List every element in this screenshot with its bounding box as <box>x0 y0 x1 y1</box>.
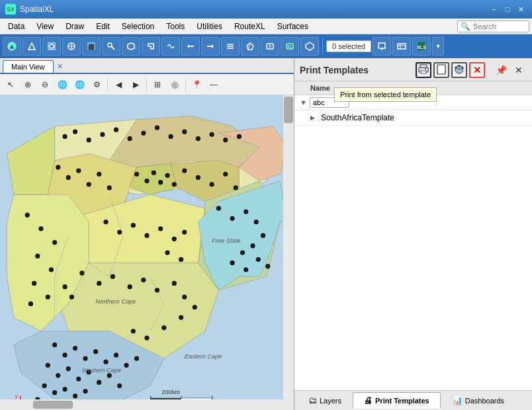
svg-text:Free State: Free State <box>212 237 240 244</box>
toolbar-btn-2[interactable] <box>22 37 41 56</box>
map-grid-tool[interactable]: ⊞ <box>150 77 165 93</box>
toolbar-btn-10[interactable] <box>181 37 200 56</box>
map-zoom-in-tool[interactable]: ⊕ <box>20 77 36 93</box>
map-horizontal-scrollbar[interactable] <box>0 399 283 410</box>
main-view-tab[interactable]: Main View <box>3 60 54 73</box>
toolbar-btn-monitor[interactable] <box>373 37 391 56</box>
svg-point-109 <box>103 360 108 364</box>
svg-point-35 <box>100 132 105 137</box>
menu-draw[interactable]: Draw <box>60 20 89 32</box>
toolbar-btn-16[interactable] <box>300 37 319 56</box>
panel-table-header: Name <box>294 81 532 95</box>
delete-button[interactable]: ✕ <box>469 62 485 78</box>
search-input[interactable] <box>473 22 526 30</box>
svg-point-82 <box>179 257 183 262</box>
layers-tab[interactable]: 🗂 Layers <box>297 392 353 409</box>
toolbar-btn-5[interactable]: ⬛ <box>82 37 101 56</box>
toolbar-dropdown[interactable]: ▼ <box>432 37 444 56</box>
menu-routexl[interactable]: RouteXL <box>229 20 271 32</box>
bottom-tab-bar: 🗂 Layers 🖨 Print Templates 📊 Dashboards <box>294 390 532 410</box>
map-next-tool[interactable]: ▶ <box>128 77 144 93</box>
app-title: SpatialXL <box>20 5 54 14</box>
map-toolbar-sep-3 <box>185 79 186 91</box>
toolbar-btn-table[interactable] <box>392 37 411 56</box>
toolbar-btn-3[interactable] <box>42 37 61 56</box>
map-pin-tool[interactable]: 📍 <box>189 77 204 93</box>
selected-count-badge: 0 selected <box>326 40 371 52</box>
map-target-tool[interactable]: ◎ <box>167 77 183 93</box>
svg-point-68 <box>250 243 255 248</box>
search-box[interactable]: 🔍 <box>457 20 529 32</box>
menu-edit[interactable]: Edit <box>91 20 115 32</box>
toolbar-btn-14[interactable] <box>261 37 279 56</box>
svg-point-32 <box>62 134 67 139</box>
export-button[interactable] <box>451 62 467 78</box>
svg-point-120 <box>117 384 122 388</box>
toolbar-btn-4[interactable] <box>62 37 81 56</box>
toolbar-btn-9[interactable] <box>161 37 180 56</box>
close-tab-btn[interactable]: × <box>55 60 66 73</box>
map-display[interactable]: Northern Cape Free State Eastern Cape We… <box>0 95 294 410</box>
toolbar-btn-6[interactable] <box>102 37 120 56</box>
svg-point-53 <box>144 179 149 183</box>
map-globe-tool-2[interactable]: 🌐 <box>71 77 87 93</box>
toolbar-btn-13[interactable] <box>241 37 259 56</box>
svg-point-90 <box>28 302 33 306</box>
toolbar-btn-11[interactable] <box>201 37 220 56</box>
map-settings-tool[interactable]: ⚙ <box>89 77 105 93</box>
svg-point-81 <box>165 250 169 255</box>
print-template-button[interactable]: Print from selected template <box>416 62 431 78</box>
toolbar-btn-15[interactable]: XL <box>281 37 299 56</box>
svg-point-67 <box>261 233 265 238</box>
menu-surfaces[interactable]: Surfaces <box>272 20 314 32</box>
svg-point-83 <box>25 213 30 218</box>
toolbar-btn-7[interactable] <box>122 37 140 56</box>
svg-point-113 <box>46 363 50 368</box>
map-vertical-scrollbar[interactable] <box>283 95 294 410</box>
svg-rect-149 <box>421 71 426 73</box>
map-globe-tool-1[interactable]: 🌐 <box>54 77 70 93</box>
template-row-southafrica[interactable]: ▶ SouthAfricaTemplate <box>294 110 532 126</box>
new-template-button[interactable] <box>433 62 449 78</box>
toolbar-btn-xls[interactable]: XLS <box>412 37 431 56</box>
pin-button[interactable]: 📌 <box>493 62 509 78</box>
toolbar-btn-8[interactable] <box>142 37 160 56</box>
print-templates-tab[interactable]: 🖨 Print Templates <box>353 392 441 409</box>
menu-view[interactable]: View <box>31 20 59 32</box>
svg-point-76 <box>131 223 136 227</box>
maximize-button[interactable]: □ <box>502 4 513 15</box>
map-prev-tool[interactable]: ◀ <box>111 77 126 93</box>
svg-point-118 <box>97 380 101 385</box>
svg-point-54 <box>152 171 156 175</box>
toolbar-btn-12[interactable] <box>221 37 240 56</box>
svg-point-55 <box>158 180 163 184</box>
dashboards-tab[interactable]: 📊 Dashboards <box>441 392 515 409</box>
menu-tools[interactable]: Tools <box>161 20 190 32</box>
svg-point-87 <box>49 267 54 272</box>
menu-selection[interactable]: Selection <box>116 20 159 32</box>
svg-point-61 <box>223 172 228 177</box>
menu-data[interactable]: Data <box>3 20 30 32</box>
close-panel-button[interactable]: ✕ <box>511 62 527 78</box>
toolbar-btn-1[interactable]: A <box>3 37 21 56</box>
svg-text:A: A <box>10 44 14 50</box>
svg-point-114 <box>56 373 60 378</box>
close-button[interactable]: ✕ <box>515 4 527 15</box>
minimize-button[interactable]: − <box>488 4 500 15</box>
map-toolbar-sep-2 <box>146 79 147 91</box>
map-select-tool[interactable]: ↖ <box>3 77 19 93</box>
map-dash-tool[interactable]: — <box>206 77 222 93</box>
panel-title: Print Templates <box>300 65 369 75</box>
svg-point-70 <box>230 261 234 265</box>
svg-point-59 <box>196 175 200 180</box>
filter-icon: ▼ <box>300 99 307 106</box>
pin-icon: 📌 <box>496 65 507 75</box>
svg-point-65 <box>244 209 248 214</box>
menu-utilities[interactable]: Utilities <box>191 20 228 32</box>
svg-point-46 <box>56 165 60 169</box>
panel-content: Name ▼ ▶ SouthAfricaTemplate <box>294 81 532 390</box>
map-zoom-out-tool[interactable]: ⊖ <box>37 77 53 93</box>
svg-point-115 <box>66 366 71 371</box>
right-panel: Print Templates Prin <box>294 58 532 410</box>
filter-input[interactable] <box>310 97 349 108</box>
